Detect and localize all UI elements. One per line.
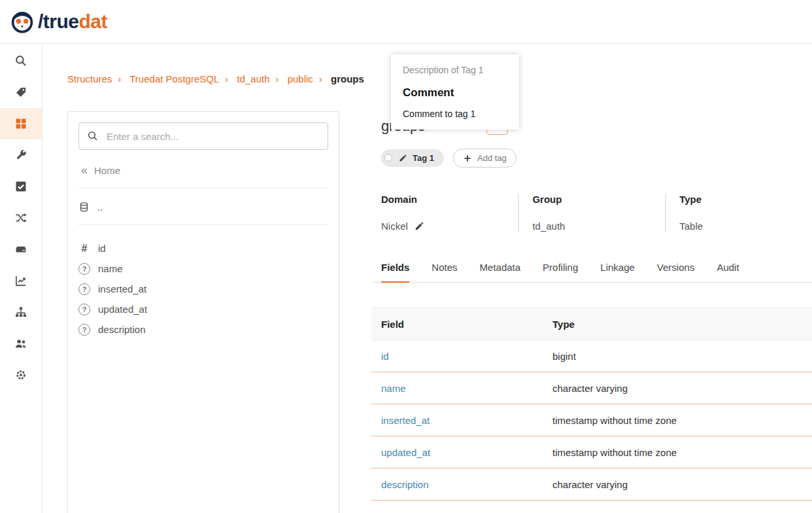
collapse-icon: « <box>81 164 88 176</box>
check-square-icon <box>14 180 27 193</box>
list-item[interactable]: ? description <box>78 319 328 340</box>
sidebar-item-users[interactable] <box>0 328 42 359</box>
divider <box>78 224 328 225</box>
field-link[interactable]: updated_at <box>381 447 430 458</box>
edit-tag-icon[interactable] <box>399 154 407 162</box>
field-type: bigint <box>543 351 812 362</box>
truedat-logo[interactable]: /truedat <box>9 9 107 35</box>
structure-browser-panel: « Home .. # id ? name ? <box>67 111 339 513</box>
tab[interactable]: Versions <box>657 262 695 282</box>
sidebar-item-lineage[interactable] <box>0 202 42 234</box>
chart-line-icon <box>14 274 27 287</box>
tab[interactable]: Linkage <box>600 262 635 282</box>
column-header: Type <box>543 319 812 330</box>
divider <box>78 188 328 188</box>
users-icon <box>14 337 27 350</box>
list-item[interactable]: # id <box>78 238 328 258</box>
field-name: inserted_at <box>98 283 146 294</box>
logo-text: /truedat <box>38 10 107 33</box>
field-type-icon: # <box>78 243 90 255</box>
tab[interactable]: Audit <box>717 262 739 282</box>
breadcrumb-separator-icon: › <box>118 73 121 84</box>
field-link[interactable]: name <box>381 383 406 394</box>
sidebar-item-dashboards[interactable] <box>0 265 42 296</box>
field-name: id <box>98 243 106 254</box>
tag-icon <box>14 86 27 99</box>
sidebar-item-sources[interactable] <box>0 234 42 265</box>
list-item[interactable]: ? name <box>78 258 328 279</box>
sitemap-icon <box>14 306 27 319</box>
field-link[interactable]: id <box>381 351 389 362</box>
field-list: # id ? name ? inserted_at ? updated_at <box>78 238 328 340</box>
breadcrumb-link[interactable]: Structures <box>67 73 112 84</box>
field-type-icon: ? <box>78 283 90 295</box>
table-row: description character varying <box>371 469 812 501</box>
search-icon <box>14 54 27 67</box>
tag-label: Tag 1 <box>413 153 434 163</box>
search-icon <box>87 130 99 142</box>
breadcrumb-link[interactable]: td_auth <box>237 73 269 84</box>
breadcrumb-separator-icon: › <box>276 73 279 84</box>
comment-text: Comment to tag 1 <box>403 109 507 119</box>
field-link[interactable]: inserted_at <box>381 415 430 426</box>
field-type: timestamp without time zone <box>543 447 812 458</box>
wrench-icon <box>14 149 27 162</box>
tab[interactable]: Metadata <box>480 262 521 282</box>
sidebar-item-quality[interactable] <box>0 171 42 202</box>
main-sidebar <box>0 44 42 513</box>
tag-description: Description of Tag 1 <box>403 65 507 75</box>
owl-logo-icon <box>9 9 35 35</box>
detail-value: td_auth <box>532 221 565 232</box>
breadcrumb-separator-icon: › <box>319 73 322 84</box>
structure-detail: groups at Tag 1 Add tag Domain Nickel <box>371 111 812 513</box>
grid-icon <box>14 117 27 130</box>
sidebar-item-taxonomy[interactable] <box>0 296 42 328</box>
breadcrumb: Structures› Truedat PostgreSQL› td_auth›… <box>67 73 364 84</box>
shuffle-icon <box>14 211 27 224</box>
breadcrumb-current: groups <box>331 73 364 84</box>
tag-pill[interactable]: Tag 1 <box>381 149 444 167</box>
browser-up-item[interactable]: .. <box>78 202 328 213</box>
field-link[interactable]: description <box>381 479 429 490</box>
column-header: Field <box>371 319 543 330</box>
fields-table-body: id bigint name character varying inserte… <box>371 340 812 501</box>
field-type-icon: ? <box>78 263 90 275</box>
home-label: Home <box>94 165 120 176</box>
field-type: timestamp without time zone <box>543 415 812 426</box>
detail-label: Domain <box>381 194 518 205</box>
sidebar-item-admin[interactable] <box>0 139 42 171</box>
breadcrumb-link[interactable]: public <box>288 73 313 84</box>
sidebar-item-tags[interactable] <box>0 77 42 108</box>
add-tag-label: Add tag <box>477 153 507 163</box>
list-item[interactable]: ? inserted_at <box>78 279 328 299</box>
app-header: /truedat <box>0 0 812 44</box>
tab[interactable]: Fields <box>381 262 409 283</box>
sidebar-item-settings[interactable] <box>0 359 42 391</box>
database-icon <box>78 202 90 213</box>
field-type: character varying <box>543 479 812 490</box>
tab[interactable]: Notes <box>431 262 457 282</box>
sidebar-item-search[interactable] <box>0 45 42 77</box>
breadcrumb-link[interactable]: Truedat PostgreSQL <box>129 73 219 84</box>
field-type-icon: ? <box>78 304 90 315</box>
detail-column: Domain Nickel <box>371 194 518 232</box>
field-type: character varying <box>543 383 812 394</box>
browser-back-home[interactable]: « Home <box>81 164 326 176</box>
edit-pencil-icon[interactable] <box>414 221 424 231</box>
list-item[interactable]: ? updated_at <box>78 299 328 319</box>
search-box[interactable] <box>78 122 328 150</box>
detail-value: Table <box>679 221 703 232</box>
detail-tabs: Fields Notes Metadata Profiling Linkage … <box>371 262 812 283</box>
field-type-icon: ? <box>78 324 90 336</box>
detail-value: Nickel <box>381 221 408 232</box>
gear-icon <box>14 368 27 381</box>
table-row: updated_at timestamp without time zone <box>371 436 812 469</box>
search-input[interactable] <box>105 130 320 143</box>
sidebar-item-structures[interactable] <box>0 108 42 139</box>
add-tag-button[interactable]: Add tag <box>453 149 516 168</box>
plus-icon <box>463 154 472 163</box>
detail-column: Group td_auth <box>518 194 665 232</box>
tab[interactable]: Profiling <box>543 262 578 282</box>
detail-column: Type Table <box>665 194 812 232</box>
tag-dot-icon <box>384 154 392 162</box>
